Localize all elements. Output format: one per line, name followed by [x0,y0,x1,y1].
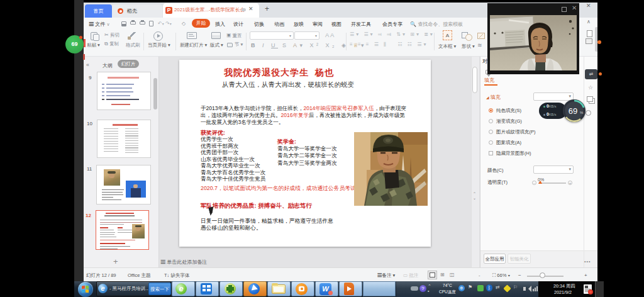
svg-text:69: 69 [569,106,577,116]
svg-text:%: % [580,111,584,115]
